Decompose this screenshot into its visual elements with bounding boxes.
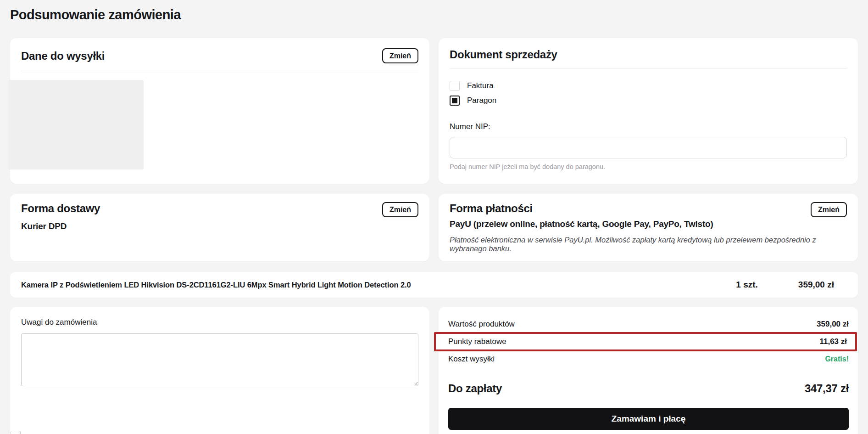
- nip-label: Numer NIP:: [450, 122, 847, 131]
- order-notes-textarea[interactable]: [21, 333, 418, 386]
- option-row-faktura: Faktura: [450, 81, 847, 91]
- total-label: Do zapłaty: [448, 382, 502, 395]
- paragon-checkbox[interactable]: [450, 96, 460, 106]
- page-title: Podsumowanie zamówienia: [10, 0, 858, 23]
- order-notes-label: Uwagi do zamówienia: [21, 318, 418, 327]
- place-order-button[interactable]: Zamawiam i płacę: [448, 408, 849, 430]
- bottom-row: Uwagi do zamówienia Wartość produktów 35…: [10, 307, 858, 434]
- summary-row-products-value: Wartość produktów 359,00 zł: [448, 318, 849, 331]
- payment-method-card: Forma płatności PayU (przelew online, pł…: [439, 194, 858, 261]
- total-row: Do zapłaty 347,37 zł: [448, 382, 849, 395]
- summary-label: Wartość produktów: [448, 320, 515, 329]
- top-row: Dane do wysyłki Zmień Dokument sprzedaży…: [10, 38, 858, 184]
- faktura-label[interactable]: Faktura: [467, 81, 494, 90]
- shipping-card-title: Dane do wysyłki: [21, 50, 105, 62]
- product-price: 359,00 zł: [798, 280, 834, 290]
- product-quantity: 1 szt.: [736, 280, 758, 290]
- summary-row-shipping-cost: Koszt wysyłki Gratis!: [448, 353, 849, 366]
- order-notes-card: Uwagi do zamówienia: [10, 307, 429, 434]
- summary-row-discount-points: Punkty rabatowe 11,63 zł: [448, 336, 847, 347]
- discount-points-highlight-box: Punkty rabatowe 11,63 zł: [434, 332, 857, 351]
- payment-description: Płatność elektroniczna w serwisie PayU.p…: [450, 236, 847, 253]
- middle-row: Forma dostawy Zmień Kurier DPD Forma pła…: [10, 184, 858, 261]
- delivery-method: Kurier DPD: [21, 221, 418, 231]
- summary-label: Koszt wysyłki: [448, 355, 495, 364]
- delivery-method-card: Forma dostawy Zmień Kurier DPD: [10, 194, 429, 261]
- delivery-card-title: Forma dostawy: [21, 202, 100, 215]
- sales-document-card: Dokument sprzedaży Faktura Paragon Numer…: [439, 38, 858, 184]
- payment-card-header: Forma płatności PayU (przelew online, pł…: [450, 202, 847, 229]
- summary-label: Punkty rabatowe: [448, 337, 506, 346]
- summary-value: 359,00 zł: [817, 320, 849, 329]
- shipping-address-redacted-block: [8, 80, 144, 169]
- change-payment-button[interactable]: Zmień: [811, 202, 847, 217]
- shipping-card-header: Dane do wysyłki Zmień: [21, 38, 418, 71]
- order-summary-page: Podsumowanie zamówienia Dane do wysyłki …: [0, 0, 868, 434]
- sales-document-title: Dokument sprzedaży: [450, 48, 557, 61]
- order-total-card: Wartość produktów 359,00 zł Punkty rabat…: [439, 307, 858, 434]
- product-name: Kamera IP z Podświetleniem LED Hikvision…: [21, 281, 736, 289]
- paragon-label[interactable]: Paragon: [467, 96, 496, 105]
- summary-value: 11,63 zł: [819, 337, 847, 346]
- checkbox-mark: [452, 98, 457, 103]
- free-shipping-value: Gratis!: [825, 355, 849, 363]
- nip-input[interactable]: [450, 137, 847, 158]
- delivery-card-header: Forma dostawy Zmień: [21, 202, 418, 217]
- terms-checkbox-partial[interactable]: [11, 431, 21, 434]
- option-row-paragon: Paragon: [450, 96, 847, 106]
- change-delivery-button[interactable]: Zmień: [382, 202, 418, 217]
- sales-document-header: Dokument sprzedaży: [450, 38, 847, 69]
- document-options: Faktura Paragon: [450, 81, 847, 106]
- payment-head-text: Forma płatności PayU (przelew online, pł…: [450, 202, 713, 229]
- payment-card-title: Forma płatności: [450, 202, 713, 215]
- total-value: 347,37 zł: [805, 382, 849, 395]
- payment-method: PayU (przelew online, płatność kartą, Go…: [450, 219, 713, 229]
- change-shipping-button[interactable]: Zmień: [382, 48, 418, 63]
- shipping-address-card: Dane do wysyłki Zmień: [10, 38, 429, 184]
- nip-hint: Podaj numer NIP jeżeli ma być dodany do …: [450, 163, 847, 182]
- faktura-checkbox[interactable]: [450, 81, 460, 91]
- cart-item-row: Kamera IP z Podświetleniem LED Hikvision…: [10, 272, 858, 298]
